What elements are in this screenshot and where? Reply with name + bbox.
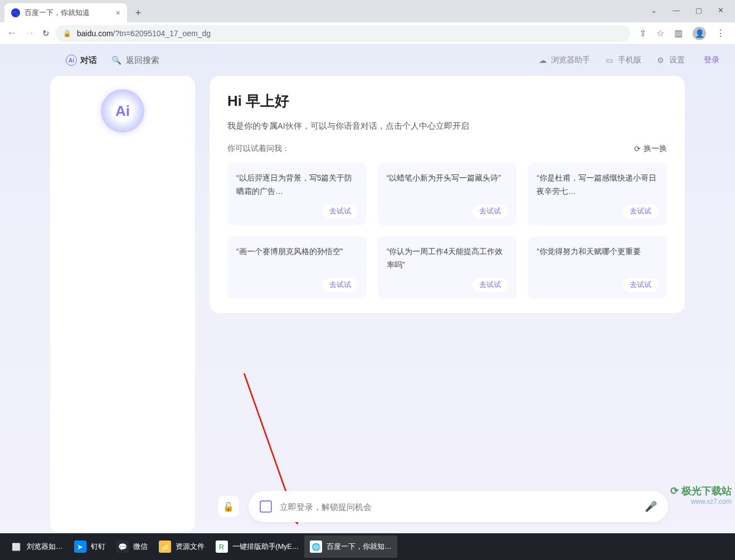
- watermark-site: ⟳ 极光下载站: [670, 485, 732, 498]
- lock-button[interactable]: 🔓: [217, 495, 240, 518]
- chat-label: 对话: [80, 55, 97, 66]
- suggestion-card[interactable]: “你是杜甫，写一篇感慨快递小哥日夜辛劳七…去试试: [528, 163, 667, 225]
- reload-icon[interactable]: ↻: [42, 28, 50, 38]
- close-tab-icon[interactable]: ×: [116, 8, 120, 17]
- assistant-label: 浏览器助手: [551, 55, 590, 65]
- forward-icon[interactable]: →: [25, 27, 35, 39]
- suggestion-card[interactable]: “你觉得努力和天赋哪个更重要去试试: [528, 236, 667, 299]
- taskbar-item[interactable]: 💬微信: [111, 535, 153, 558]
- chrome-icon: 🌐: [310, 540, 322, 553]
- search-icon: 🔍: [111, 56, 121, 65]
- taskbar-label: 钉钉: [91, 542, 105, 552]
- settings-link[interactable]: ⚙ 设置: [657, 55, 685, 65]
- sidebar: Ai: [50, 76, 195, 533]
- greeting-intro: 我是你的专属AI伙伴，可以与你语音对话，点击个人中心立即开启: [227, 121, 667, 132]
- mobile-link[interactable]: ▭ 手机版: [606, 55, 641, 65]
- taskbar-item[interactable]: 🌐百度一下，你就知…: [304, 535, 397, 558]
- minimize-icon[interactable]: —: [673, 6, 680, 14]
- page-content: Ai 对话 🔍 返回搜索 ☁ 浏览器助手 ▭ 手机版 ⚙ 设置 登录 Ai: [0, 45, 735, 533]
- watermark-url: www.xz7.com: [670, 498, 732, 505]
- close-window-icon[interactable]: ✕: [718, 6, 724, 14]
- mobile-label: 手机版: [618, 55, 641, 65]
- taskbar-item[interactable]: R一键排版助手(MyE…: [210, 535, 305, 558]
- taskbar-item[interactable]: ⬜刘览器如…: [4, 535, 69, 558]
- try-button[interactable]: 去试试: [323, 204, 358, 218]
- suggestion-card[interactable]: “以蜡笔小新为开头写一篇藏头诗”去试试: [378, 163, 517, 225]
- try-button[interactable]: 去试试: [623, 278, 658, 292]
- tab-bar: 🐾 百度一下，你就知道 × +: [0, 0, 735, 22]
- maximize-icon[interactable]: ▢: [695, 6, 702, 14]
- url-text: baidu.com/?tn=62095104_17_oem_dg: [77, 29, 211, 38]
- back-search-label: 返回搜索: [126, 55, 159, 66]
- taskbar-item[interactable]: 📁资源文件: [153, 535, 210, 558]
- suggestion-grid: “以后羿逐日为背景，写5篇关于防晒霜的广告…去试试 “以蜡笔小新为开头写一篇藏头…: [227, 163, 667, 299]
- suggestion-card[interactable]: “你认为一周工作4天能提高工作效率吗”去试试: [378, 236, 517, 299]
- suggestion-text: “你是杜甫，写一篇感慨快递小哥日夜辛劳七…: [537, 172, 658, 198]
- lock-icon: 🔒: [63, 30, 71, 37]
- login-label: 登录: [704, 55, 719, 65]
- settings-label: 设置: [669, 55, 685, 65]
- browser-assistant-link[interactable]: ☁ 浏览器助手: [539, 55, 590, 65]
- share-icon[interactable]: ⇪: [639, 28, 646, 38]
- taskbar-item[interactable]: ➤钉钉: [69, 535, 111, 558]
- greeting-card: Hi 早上好 我是你的专属AI伙伴，可以与你语音对话，点击个人中心立即开启 你可…: [210, 76, 685, 313]
- taskbar-label: 刘览器如…: [27, 542, 63, 552]
- watermark: ⟳ 极光下载站 www.xz7.com: [670, 485, 732, 505]
- suggestion-text: “你认为一周工作4天能提高工作效率吗”: [387, 245, 508, 272]
- phone-icon: ▭: [606, 56, 615, 65]
- taskbar-label: 百度一下，你就知…: [327, 542, 392, 552]
- bookmark-icon[interactable]: ☆: [656, 28, 664, 38]
- try-label: 你可以试着问我：: [227, 144, 290, 154]
- address-bar: ← → ↻ 🔒 baidu.com/?tn=62095104_17_oem_dg…: [0, 22, 735, 45]
- back-icon[interactable]: ←: [7, 27, 17, 39]
- ai-logo-icon: Ai: [101, 89, 144, 133]
- back-to-search-button[interactable]: 🔍 返回搜索: [111, 55, 159, 66]
- url-input[interactable]: 🔒 baidu.com/?tn=62095104_17_oem_dg: [55, 25, 630, 42]
- taskbar-label: 微信: [133, 542, 148, 552]
- wechat-icon: 💬: [116, 540, 129, 553]
- refresh-icon: ⟳: [634, 144, 641, 153]
- chat-input-wrap: 🔓 🎤: [217, 491, 668, 522]
- try-button[interactable]: 去试试: [323, 278, 358, 292]
- taskbar: ⬜刘览器如… ➤钉钉 💬微信 📁资源文件 R一键排版助手(MyE… 🌐百度一下，…: [0, 533, 735, 560]
- folder-icon: 📁: [159, 540, 171, 553]
- try-button[interactable]: 去试试: [623, 204, 658, 218]
- gear-icon: ⚙: [657, 56, 666, 65]
- baidu-favicon-icon: 🐾: [11, 8, 20, 17]
- microphone-icon[interactable]: 🎤: [645, 500, 657, 513]
- try-button[interactable]: 去试试: [473, 204, 508, 218]
- suggestion-text: “你觉得努力和天赋哪个更重要: [537, 245, 658, 259]
- suggestion-text: “以蜡笔小新为开头写一篇藏头诗”: [387, 172, 508, 185]
- kebab-menu-icon[interactable]: ⋮: [716, 28, 725, 38]
- page-top-nav: Ai 对话 🔍 返回搜索 ☁ 浏览器助手 ▭ 手机版 ⚙ 设置 登录: [0, 45, 735, 76]
- chat-text-field[interactable]: [280, 502, 637, 512]
- suggestion-text: “以后羿逐日为背景，写5篇关于防晒霜的广告…: [236, 172, 358, 198]
- app-icon: ⬜: [10, 540, 22, 553]
- try-button[interactable]: 去试试: [473, 278, 508, 292]
- tab-title: 百度一下，你就知道: [25, 8, 90, 18]
- tab-chat[interactable]: Ai 对话: [66, 55, 97, 66]
- login-button[interactable]: 登录: [704, 55, 719, 65]
- dingtalk-icon: ➤: [74, 540, 86, 553]
- swap-label: 换一换: [644, 144, 667, 154]
- profile-avatar-icon[interactable]: 👤: [693, 27, 706, 40]
- app-icon: R: [216, 540, 228, 553]
- chat-input[interactable]: 🎤: [249, 491, 668, 522]
- ai-icon: Ai: [66, 55, 77, 66]
- new-tab-button[interactable]: +: [130, 5, 146, 21]
- suggestion-card[interactable]: “以后羿逐日为背景，写5篇关于防晒霜的广告…去试试: [227, 163, 367, 225]
- padlock-icon: 🔓: [223, 501, 234, 512]
- cloud-icon: ☁: [539, 56, 548, 65]
- window-controls: ⌄ — ▢ ✕: [640, 0, 735, 20]
- taskbar-label: 资源文件: [176, 542, 205, 552]
- panel-icon[interactable]: ▥: [674, 28, 683, 38]
- greeting-title: Hi 早上好: [227, 91, 667, 111]
- suggestion-card[interactable]: “画一个赛博朋克风格的孙悟空”去试试: [227, 236, 367, 299]
- taskbar-label: 一键排版助手(MyE…: [232, 542, 299, 552]
- cube-icon[interactable]: [260, 500, 272, 513]
- ai-logo-text: Ai: [115, 103, 130, 120]
- window-dropdown-icon[interactable]: ⌄: [651, 6, 657, 14]
- swap-button[interactable]: ⟳ 换一换: [634, 144, 667, 154]
- browser-tab[interactable]: 🐾 百度一下，你就知道 ×: [4, 3, 127, 22]
- suggestion-text: “画一个赛博朋克风格的孙悟空”: [236, 245, 358, 259]
